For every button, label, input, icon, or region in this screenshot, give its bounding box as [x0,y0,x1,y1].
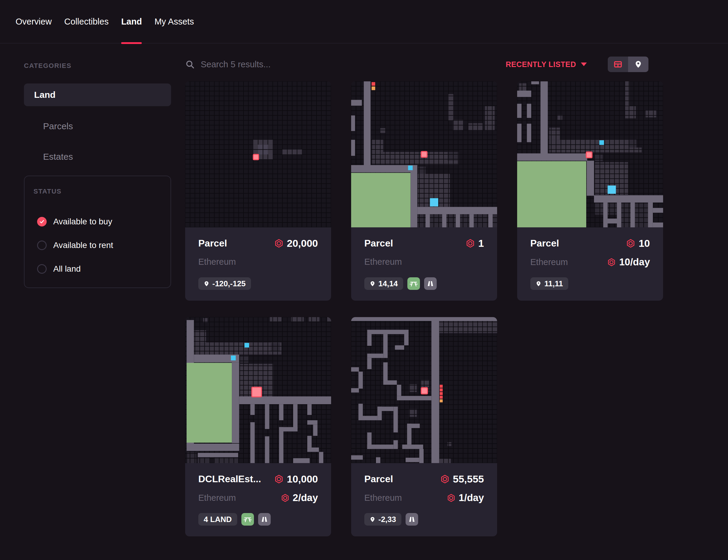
location-badge: -2,33 [364,513,401,526]
tab-overview[interactable]: Overview [16,0,52,43]
location-text: 4 LAND [204,515,232,524]
asset-card[interactable]: Parcel10Ethereum10/day11,11 [517,81,663,301]
asset-card-grid: Parcel20,000Ethereum-120,-125Parcel1Ethe… [185,81,663,560]
location-badge: 4 LAND [198,513,237,526]
tab-my-assets[interactable]: My Assets [154,0,194,43]
radio-unchecked-icon[interactable] [37,241,47,250]
chevron-down-icon [581,63,587,66]
asset-title: Parcel [364,238,393,249]
rent-price: 1/day [447,492,484,503]
card-footer: DCLRealEst...10,000Ethereum2/day4 LAND [185,463,331,536]
map-pin-icon [536,280,541,287]
price-value: 20,000 [287,238,318,249]
price-value: 55,555 [453,473,484,485]
road-icon [261,515,268,523]
price: 1 [466,238,484,249]
grid-view-button[interactable] [608,57,628,72]
near-road-badge [424,277,437,290]
parcel-map-preview [185,317,331,463]
picnic-table-icon [244,515,252,524]
road-icon [426,280,434,287]
near-park-badge [407,277,420,290]
search-input[interactable] [200,59,391,70]
network-label: Ethereum [198,257,236,267]
asset-card[interactable]: DCLRealEst...10,000Ethereum2/day4 LAND [185,317,331,536]
status-filter-box: STATUS Available to buyAvailable to rent… [24,176,171,288]
card-footer: Parcel1Ethereum14,14 [351,227,497,301]
mana-icon [466,239,475,248]
price-value: 10 [639,238,650,249]
view-toggle [608,57,648,72]
parcel-map-preview [185,81,331,227]
mana-icon [607,258,615,266]
mana-icon [626,239,635,248]
asset-title: Parcel [198,238,227,249]
map-pin-icon [634,60,642,69]
rent-price: 10/day [607,256,650,268]
asset-card[interactable]: Parcel1Ethereum14,14 [351,81,497,301]
road-icon [408,515,416,523]
radio-label: All land [53,264,81,274]
price: 10 [626,238,650,249]
mana-icon [275,239,283,248]
location-text: 11,11 [544,279,563,288]
radio-all-land[interactable]: All land [37,264,162,274]
card-footer: Parcel20,000Ethereum-120,-125 [185,227,331,301]
radio-label: Available to buy [53,217,112,226]
map-pin-icon [204,280,209,287]
mana-icon [275,475,283,483]
price-value: 10,000 [287,473,318,485]
asset-title: Parcel [530,238,559,249]
parcel-map-preview [517,81,663,227]
search-icon [185,60,195,69]
location-text: 14,14 [378,279,398,288]
asset-card[interactable]: Parcel20,000Ethereum-120,-125 [185,81,331,301]
asset-card[interactable]: Parcel55,555Ethereum1/day-2,33 [351,317,497,536]
rent-value: 10/day [619,256,650,268]
tab-land[interactable]: Land [121,0,142,43]
radio-unchecked-icon[interactable] [37,264,47,274]
map-pin-icon [370,280,375,287]
network-label: Ethereum [198,493,236,503]
near-road-badge [405,513,418,526]
sidebar-item-parcels[interactable]: Parcels [24,122,171,131]
radio-available-to-rent[interactable]: Available to rent [37,241,162,250]
price: 20,000 [275,238,318,249]
price: 55,555 [440,473,484,485]
location-text: -2,33 [378,515,396,524]
sidebar-item-land[interactable]: Land [24,83,171,106]
category-list: LandParcelsEstates [24,83,171,161]
rent-price: 2/day [281,492,318,503]
radio-checked-icon[interactable] [37,217,47,226]
picnic-table-icon [409,279,418,288]
location-badge: -120,-125 [198,277,251,290]
network-label: Ethereum [364,493,402,503]
status-label: STATUS [34,188,162,195]
results-area: RECENTLY LISTED Parcel20,000Ethereum-120… [185,43,663,560]
toolbar: RECENTLY LISTED [185,55,663,73]
top-nav: Overview Collectibles Land My Assets [0,0,728,43]
search-bar[interactable] [185,59,506,70]
near-road-badge [258,513,271,526]
status-option-list: Available to buyAvailable to rentAll lan… [34,217,162,274]
tab-collectibles[interactable]: Collectibles [64,0,109,43]
map-view-button[interactable] [628,57,648,72]
location-badge: 14,14 [364,277,403,290]
price-value: 1 [478,238,484,249]
network-label: Ethereum [364,257,402,267]
price: 10,000 [275,473,318,485]
sort-dropdown[interactable]: RECENTLY LISTED [506,60,587,69]
mana-icon [281,494,289,502]
sort-label: RECENTLY LISTED [506,60,576,69]
radio-available-to-buy[interactable]: Available to buy [37,217,162,226]
sidebar-item-estates[interactable]: Estates [24,152,171,161]
check-icon [39,219,45,224]
near-park-badge [241,513,254,526]
radio-label: Available to rent [53,241,113,250]
mana-icon [440,475,449,483]
asset-title: DCLRealEst... [198,474,261,485]
parcel-map-preview [351,317,497,463]
sidebar: CATEGORIES LandParcelsEstates STATUS Ava… [24,43,171,288]
network-label: Ethereum [530,257,568,267]
asset-title: Parcel [364,474,393,485]
